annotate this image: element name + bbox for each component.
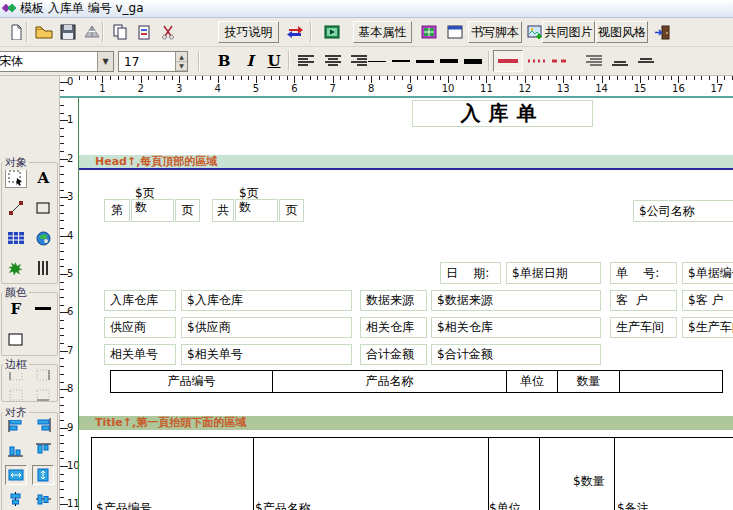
template-field[interactable]: $单位 [489,500,521,510]
template-field[interactable]: $客 户 [682,290,733,311]
template-field[interactable]: 相关单号 [104,344,176,365]
template-field[interactable]: $产品编号 [96,500,152,510]
stamp-tool-icon[interactable] [5,258,27,278]
template-field[interactable]: $数量 [573,473,605,490]
template-field[interactable]: $备注 [617,500,649,510]
template-field[interactable]: $单据日期 [506,262,601,284]
exit-icon[interactable] [650,21,674,43]
tips-button[interactable]: 技巧说明 [218,21,279,43]
template-field[interactable]: $页数 [131,199,174,222]
template-field[interactable]: $单据编号 [682,262,733,284]
select-tool-icon[interactable] [5,168,27,188]
grid-table-icon[interactable] [417,21,441,43]
template-field[interactable]: 客 户 [610,290,677,311]
border-preset-4-icon[interactable] [32,385,54,405]
print-preview-icon[interactable] [80,21,104,43]
align-center-icon[interactable] [321,50,345,72]
red-dotted-line-icon[interactable] [526,50,548,72]
center-horizontal-icon[interactable] [5,489,27,509]
bold-button[interactable]: B [212,50,236,72]
header-table-cell[interactable]: 数量 [557,370,620,393]
align-bottom-icon[interactable] [608,50,632,72]
template-field[interactable]: $产品名称 [255,500,311,510]
template-field[interactable]: 生产车间 [610,317,677,338]
template-field[interactable]: 相关仓库 [360,317,427,338]
template-field[interactable]: $相关仓库 [431,317,601,338]
paste-special-icon[interactable] [132,21,156,43]
cut-icon[interactable] [156,21,180,43]
font-size-input[interactable]: 17 ▲▼ [118,51,188,72]
line-color-icon[interactable] [32,299,54,319]
line-width-4-icon[interactable] [440,59,458,63]
border-preset-2-icon[interactable] [32,365,54,385]
template-field[interactable]: 页 [279,199,304,222]
window-icon[interactable] [443,21,467,43]
line-width-5-icon[interactable] [464,59,482,64]
template-field[interactable]: $生产车间 [682,317,733,338]
font-size-spinner[interactable]: ▲▼ [175,52,187,71]
align-bottom-edges-icon[interactable] [5,440,27,460]
spin-up-icon[interactable]: ▲ [176,52,187,62]
template-field[interactable]: 供应商 [104,317,176,338]
chevron-down-icon[interactable]: ▼ [97,52,113,71]
italic-button[interactable]: I [238,50,262,72]
template-field[interactable]: $公司名称 [633,200,733,222]
template-field[interactable]: 入库仓库 [104,290,176,311]
barcode-tool-icon[interactable] [32,258,54,278]
line-width-3-icon[interactable] [416,60,434,63]
header-table-cell[interactable]: 产品名称 [272,370,507,393]
script-button[interactable]: 书写脚本 [468,21,522,43]
rect-tool-icon[interactable] [32,198,54,218]
head-band[interactable]: Head↑,每頁頂部的區域 [79,155,733,168]
properties-button[interactable]: 基本属性 [353,21,412,43]
template-field[interactable]: 日 期: [440,262,501,284]
line-width-2-icon[interactable] [392,60,410,62]
template-field[interactable]: $供应商 [181,317,352,338]
line-tool-icon[interactable] [5,198,27,218]
template-field[interactable]: $合计金额 [431,344,601,365]
center-vertical-icon[interactable] [32,489,54,509]
template-field[interactable]: 单 号: [610,262,677,284]
title-band[interactable]: Title↑,第一頁抬頭下面的區域 [79,416,733,430]
image-tool-icon[interactable] [32,228,54,248]
template-field[interactable]: 共 [212,199,234,222]
template-field[interactable]: 页 [175,199,200,222]
align-left-icon[interactable] [294,50,318,72]
template-field[interactable]: $页数 [235,199,278,222]
shared-images-button[interactable]: 共同图片 [542,21,595,43]
template-field[interactable]: $相关单号 [181,344,352,365]
copy-icon[interactable] [108,21,132,43]
table-tool-icon[interactable] [5,228,27,248]
swap-arrows-icon[interactable] [283,21,307,43]
line-width-1-icon[interactable] [368,61,386,62]
spin-down-icon[interactable]: ▼ [176,62,187,72]
open-file-icon[interactable] [32,21,56,43]
template-field[interactable]: $数据来源 [431,290,601,311]
view-style-button[interactable]: 视图风格 [596,21,648,43]
template-field[interactable]: $入库仓库 [181,290,352,311]
header-table-cell[interactable]: 产品编号 [110,370,273,393]
new-file-icon[interactable] [4,21,28,43]
red-solid-line-icon[interactable] [493,50,523,72]
text-tool-icon[interactable]: A [32,168,54,188]
red-dashed-line-icon[interactable] [550,50,572,72]
template-field[interactable]: 合计金额 [360,344,427,365]
doc-title-box[interactable]: 入库单 [412,100,593,127]
underline-button[interactable]: U [262,50,286,72]
template-field[interactable]: 第 [104,199,130,222]
font-color-icon[interactable]: F [5,299,27,319]
align-middle-icon[interactable] [634,50,658,72]
font-family-select[interactable]: 宋体 ▼ [0,51,114,72]
media-icon[interactable] [320,21,344,43]
fill-color-icon[interactable] [5,330,27,350]
header-table-cell[interactable] [619,370,723,393]
same-width-icon[interactable] [5,465,27,485]
align-top-icon[interactable] [582,50,606,72]
save-icon[interactable] [56,21,80,43]
same-height-icon[interactable] [32,465,54,485]
header-table-cell[interactable]: 单位 [506,370,558,393]
align-top-edges-icon[interactable] [32,440,54,460]
template-field[interactable]: 数据来源 [360,290,427,311]
align-right-edges-icon[interactable] [32,415,54,435]
border-preset-3-icon[interactable] [5,385,27,405]
